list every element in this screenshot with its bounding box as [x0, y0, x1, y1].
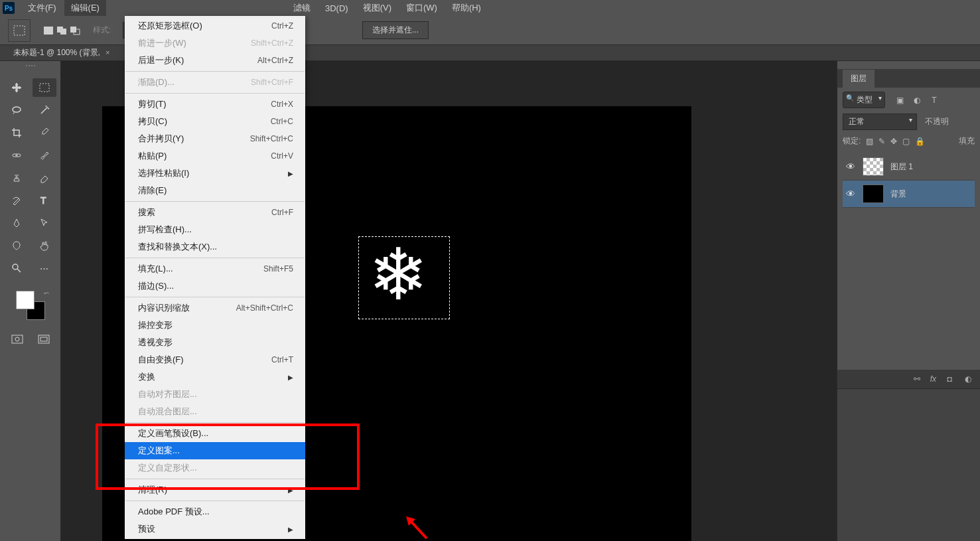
- menu-item[interactable]: 拼写检查(H)...: [125, 221, 305, 238]
- color-swatches[interactable]: ⤺: [16, 291, 45, 320]
- layer-filter-select[interactable]: 类型: [843, 92, 885, 108]
- healing-brush-tool[interactable]: [5, 146, 29, 165]
- menu-item[interactable]: 剪切(T)Ctrl+X: [125, 96, 305, 113]
- menu-item[interactable]: Adobe PDF 预设...: [125, 503, 305, 520]
- lock-paint-icon[interactable]: ✎: [878, 137, 885, 146]
- layer-row[interactable]: 👁背景: [843, 181, 975, 208]
- menu-item-label: 后退一步(K): [138, 54, 184, 66]
- lock-all-icon[interactable]: 🔒: [915, 137, 925, 146]
- selection-subtract-icon[interactable]: [69, 25, 81, 37]
- menu-item[interactable]: 操控变形: [125, 317, 305, 334]
- zoom-tool[interactable]: [5, 259, 29, 277]
- menu-item-label: 填充(L)...: [138, 263, 173, 275]
- screenmode-icon[interactable]: [36, 333, 51, 345]
- menu-item[interactable]: 清除(E): [125, 182, 305, 199]
- lock-position-icon[interactable]: ✥: [890, 137, 897, 146]
- layer-list: 👁图层 1👁背景: [843, 153, 975, 208]
- menu-item[interactable]: 定义图案...: [125, 442, 305, 459]
- filter-type-icon[interactable]: T: [929, 95, 940, 106]
- visibility-icon[interactable]: 👁: [845, 161, 856, 172]
- menu-separator: [125, 201, 305, 202]
- swap-colors-icon[interactable]: ⤺: [44, 289, 49, 297]
- more-tools-icon[interactable]: ⋯: [33, 259, 56, 277]
- lasso-tool[interactable]: [5, 101, 29, 119]
- menu-item[interactable]: 内容识别缩放Alt+Shift+Ctrl+C: [125, 299, 305, 317]
- menu-item[interactable]: 后退一步(K)Alt+Ctrl+Z: [125, 52, 305, 69]
- layer-thumbnail[interactable]: [863, 157, 884, 176]
- crop-tool[interactable]: [5, 123, 29, 142]
- pen-tool[interactable]: [5, 214, 29, 232]
- menu-item[interactable]: 透视变形: [125, 334, 305, 351]
- hand-tool[interactable]: [33, 236, 56, 255]
- menu-item[interactable]: 拷贝(C)Ctrl+C: [125, 113, 305, 130]
- selection-add-icon[interactable]: [56, 25, 68, 37]
- menu-shortcut: Ctrl+V: [271, 151, 293, 161]
- menu-item[interactable]: 查找和替换文本(X)...: [125, 238, 305, 256]
- path-selection-tool[interactable]: [33, 214, 56, 232]
- menu-item[interactable]: 粘贴(P)Ctrl+V: [125, 147, 305, 165]
- filter-adjust-icon[interactable]: ◐: [912, 95, 922, 106]
- menu-item-label: 定义图案...: [138, 445, 180, 457]
- menu-file[interactable]: 文件(F): [21, 0, 63, 16]
- menu-item[interactable]: 还原矩形选框(O)Ctrl+Z: [125, 17, 305, 35]
- menu-item: 定义自定形状...: [125, 459, 305, 477]
- link-layers-icon[interactable]: ⚯: [912, 374, 922, 384]
- clone-stamp-tool[interactable]: [5, 169, 29, 187]
- move-tool[interactable]: [5, 78, 29, 97]
- menu-window[interactable]: 窗口(W): [399, 0, 444, 16]
- document-tab[interactable]: 未标题-1 @ 100% (背景,×: [7, 45, 116, 60]
- menu-separator: [125, 501, 305, 501]
- menu-item[interactable]: 清理(R)▶: [125, 481, 305, 499]
- menu-help[interactable]: 帮助(H): [445, 0, 488, 16]
- menu-item[interactable]: 自由变换(F)Ctrl+T: [125, 351, 305, 368]
- eraser-tool[interactable]: [33, 169, 56, 187]
- menu-filter[interactable]: 滤镜: [287, 0, 317, 16]
- layers-tab[interactable]: 图层: [843, 70, 875, 88]
- menu-item[interactable]: 定义画笔预设(B)...: [125, 425, 305, 442]
- blend-mode-select[interactable]: 正常: [843, 114, 917, 130]
- menu-edit[interactable]: 编辑(E): [64, 0, 106, 16]
- current-tool-icon[interactable]: [8, 19, 31, 42]
- layer-thumbnail[interactable]: [863, 185, 884, 203]
- lock-artboard-icon[interactable]: ▢: [902, 137, 910, 146]
- menu-item[interactable]: 变换▶: [125, 368, 305, 386]
- menu-separator: [125, 93, 305, 94]
- adjustment-layer-icon[interactable]: ◐: [963, 374, 973, 384]
- layer-row[interactable]: 👁图层 1: [843, 153, 975, 181]
- eyedropper-tool[interactable]: [33, 123, 56, 142]
- history-brush-tool[interactable]: [5, 191, 29, 210]
- style-label: 样式:: [93, 25, 111, 36]
- layer-fx-icon[interactable]: fx: [930, 374, 936, 384]
- marquee-tool[interactable]: [33, 78, 56, 97]
- menu-view[interactable]: 视图(V): [356, 0, 398, 16]
- menu-shortcut: Ctrl+F: [271, 208, 293, 217]
- layer-name: 图层 1: [890, 161, 913, 173]
- menu-item[interactable]: 描边(S)...: [125, 277, 305, 295]
- shape-tool[interactable]: [5, 236, 29, 255]
- layer-mask-icon[interactable]: ◘: [944, 374, 955, 384]
- svg-point-7: [13, 107, 21, 112]
- visibility-icon[interactable]: 👁: [845, 189, 856, 199]
- quickmask-icon[interactable]: [10, 333, 25, 345]
- lock-transparent-icon[interactable]: ▨: [866, 137, 873, 146]
- menu-separator: [125, 422, 305, 423]
- menu-item[interactable]: 填充(L)...Shift+F5: [125, 260, 305, 277]
- menu-shortcut: Alt+Shift+Ctrl+C: [236, 303, 293, 313]
- submenu-arrow-icon: ▶: [288, 374, 293, 381]
- brush-tool[interactable]: [33, 146, 56, 165]
- select-and-mask-button[interactable]: 选择并遮住...: [362, 21, 429, 39]
- filter-pixel-icon[interactable]: ▣: [894, 95, 905, 106]
- menu-item[interactable]: 合并拷贝(Y)Shift+Ctrl+C: [125, 130, 305, 147]
- menu-item[interactable]: 预设▶: [125, 520, 305, 538]
- menu-item: 自动混合图层...: [125, 403, 305, 420]
- menu-item[interactable]: 搜索Ctrl+F: [125, 204, 305, 221]
- close-icon[interactable]: ×: [105, 48, 109, 56]
- magic-wand-tool[interactable]: [33, 101, 56, 119]
- selection-new-icon[interactable]: [42, 25, 54, 37]
- type-tool[interactable]: T: [33, 191, 56, 210]
- foreground-color[interactable]: [16, 291, 35, 309]
- layer-name: 背景: [890, 189, 906, 200]
- lock-label: 锁定:: [843, 135, 861, 147]
- menu-item[interactable]: 选择性粘贴(I)▶: [125, 165, 305, 182]
- menu-3d[interactable]: 3D(D): [318, 1, 355, 15]
